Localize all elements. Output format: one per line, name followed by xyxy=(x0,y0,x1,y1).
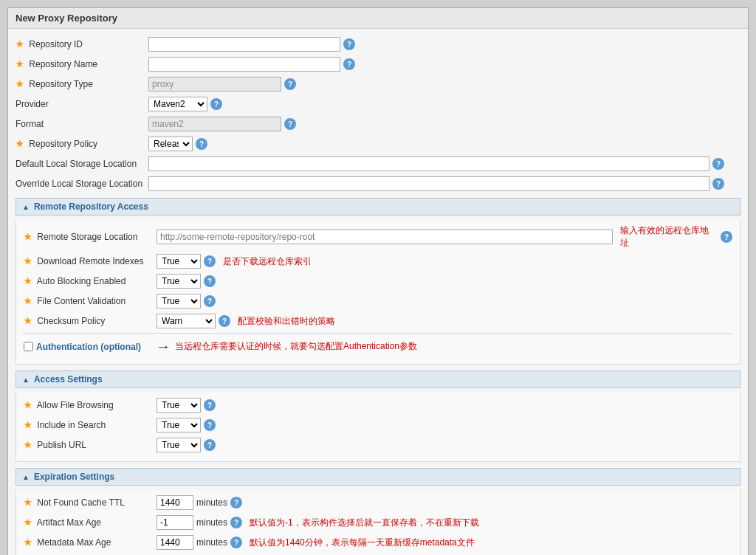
required-star: ★ xyxy=(24,296,32,306)
repository-name-info-icon[interactable]: ? xyxy=(343,58,355,70)
file-content-validation-select[interactable]: True False xyxy=(157,294,201,308)
default-local-storage-input[interactable] xyxy=(148,156,709,171)
publish-url-select[interactable]: True False xyxy=(157,438,201,452)
required-star: ★ xyxy=(24,276,32,286)
repository-type-row: ★ Repository Type ? xyxy=(16,76,740,92)
include-in-search-info-icon[interactable]: ? xyxy=(204,419,216,431)
artifact-max-age-row: ★ Artifact Max Age minutes ? 默认值为-1，表示构件… xyxy=(24,514,732,531)
artifact-max-age-control: minutes ? 默认值为-1，表示构件选择后就一直保存着，不在重新下载 xyxy=(157,515,732,530)
publish-url-info-icon[interactable]: ? xyxy=(204,439,216,451)
file-content-validation-control: True False ? xyxy=(157,294,732,308)
format-info-icon[interactable]: ? xyxy=(284,118,296,130)
provider-label: Provider xyxy=(16,99,148,109)
provider-info-icon[interactable]: ? xyxy=(210,98,222,110)
default-local-storage-info-icon[interactable]: ? xyxy=(712,158,724,170)
file-content-validation-info-icon[interactable]: ? xyxy=(204,295,216,307)
file-content-validation-label: ★ File Content Validation xyxy=(24,296,157,306)
override-local-storage-label: Override Local Storage Location xyxy=(16,179,148,189)
repository-name-row: ★ Repository Name ? xyxy=(16,56,740,72)
expiration-settings-section-header[interactable]: ▲ Expiration Settings xyxy=(16,468,740,486)
auth-checkbox-label[interactable]: Authentication (optional) xyxy=(24,342,141,352)
repository-policy-info-icon[interactable]: ? xyxy=(196,138,207,150)
not-found-cache-ttl-info-icon[interactable]: ? xyxy=(230,497,242,509)
auth-row: Authentication (optional) → 当远程仓库需要认证的时候… xyxy=(24,334,732,359)
remote-storage-location-control: 输入有效的远程仓库地址 ? xyxy=(157,224,732,249)
repository-policy-row: ★ Repository Policy Release Snapshot Mix… xyxy=(16,136,740,152)
checksum-policy-control: Warn Ignore Strict StrictIfExists ? 配置校验… xyxy=(157,314,732,328)
publish-url-row: ★ Publish URL True False ? xyxy=(24,437,732,453)
collapse-icon: ▲ xyxy=(22,203,30,211)
format-row: Format ? xyxy=(16,116,740,132)
override-local-storage-input[interactable] xyxy=(148,176,709,191)
access-settings-section-header[interactable]: ▲ Access Settings xyxy=(16,370,740,388)
format-label: Format xyxy=(16,119,148,129)
metadata-max-age-input[interactable] xyxy=(157,535,193,550)
metadata-max-age-label: ★ Metadata Max Age xyxy=(24,537,157,548)
download-remote-indexes-label: ★ Download Remote Indexes xyxy=(24,256,157,266)
repository-type-control: ? xyxy=(148,77,740,92)
default-local-storage-control: ? xyxy=(148,156,740,171)
allow-file-browsing-row: ★ Allow File Browsing True False ? xyxy=(24,397,732,413)
allow-file-browsing-label: ★ Allow File Browsing xyxy=(24,400,157,410)
repository-policy-select[interactable]: Release Snapshot Mixed xyxy=(148,137,193,151)
override-local-storage-info-icon[interactable]: ? xyxy=(712,178,724,190)
override-local-storage-control: ? xyxy=(148,176,740,191)
form-content: ★ Repository ID ? ★ Repository Name ? ★ xyxy=(8,29,748,555)
remote-repository-section-header[interactable]: ▲ Remote Repository Access xyxy=(16,198,740,216)
checksum-policy-info-icon[interactable]: ? xyxy=(219,315,230,327)
required-star: ★ xyxy=(24,517,32,528)
default-local-storage-row: Default Local Storage Location ? xyxy=(16,156,740,172)
include-in-search-label: ★ Include in Search xyxy=(24,420,157,430)
required-star: ★ xyxy=(24,440,32,450)
auto-blocking-select[interactable]: True False xyxy=(157,274,201,289)
allow-file-browsing-info-icon[interactable]: ? xyxy=(204,399,216,411)
remote-storage-location-label: ★ Remote Storage Location xyxy=(24,232,157,242)
override-local-storage-row: Override Local Storage Location ? xyxy=(16,176,740,192)
auto-blocking-info-icon[interactable]: ? xyxy=(204,275,216,287)
download-remote-indexes-select[interactable]: True False xyxy=(157,254,201,269)
auth-annotation: → 当远程仓库需要认证的时候，就要勾选配置Authentication参数 xyxy=(156,338,417,355)
repository-id-input[interactable] xyxy=(148,37,340,52)
download-remote-indexes-row: ★ Download Remote Indexes True False ? 是… xyxy=(24,253,732,269)
checksum-policy-select[interactable]: Warn Ignore Strict StrictIfExists xyxy=(157,314,216,328)
provider-row: Provider Maven2 Maven1 Nuget ? xyxy=(16,96,740,112)
repository-id-info-icon[interactable]: ? xyxy=(343,38,355,50)
repository-name-control: ? xyxy=(148,57,740,72)
allow-file-browsing-select[interactable]: True False xyxy=(157,398,201,413)
metadata-max-age-control: minutes ? 默认值为1440分钟，表示每隔一天重新缓存metadata文… xyxy=(157,535,732,550)
download-remote-indexes-hint: 是否下载远程仓库索引 xyxy=(223,255,312,268)
artifact-max-age-info-icon[interactable]: ? xyxy=(230,517,242,528)
default-local-storage-label: Default Local Storage Location xyxy=(16,159,148,169)
download-remote-indexes-control: True False ? 是否下载远程仓库索引 xyxy=(157,254,732,269)
required-star: ★ xyxy=(24,232,32,242)
provider-select[interactable]: Maven2 Maven1 Nuget xyxy=(148,97,207,111)
auto-blocking-label: ★ Auto Blocking Enabled xyxy=(24,276,157,286)
remote-storage-location-input[interactable] xyxy=(157,230,613,244)
repository-type-info-icon[interactable]: ? xyxy=(284,78,296,90)
metadata-max-age-row: ★ Metadata Max Age minutes ? 默认值为1440分钟，… xyxy=(24,534,732,551)
repository-id-row: ★ Repository ID ? xyxy=(16,36,740,52)
repository-name-input[interactable] xyxy=(148,57,340,72)
required-star: ★ xyxy=(24,316,32,326)
download-remote-indexes-info-icon[interactable]: ? xyxy=(204,255,216,267)
artifact-max-age-label: ★ Artifact Max Age xyxy=(24,517,157,528)
format-input xyxy=(148,117,281,131)
repository-id-label: ★ Repository ID xyxy=(16,39,148,49)
repository-name-label: ★ Repository Name xyxy=(16,59,148,69)
include-in-search-select[interactable]: True False xyxy=(157,418,201,432)
not-found-cache-ttl-input[interactable] xyxy=(157,495,193,510)
required-star: ★ xyxy=(24,537,32,548)
auth-checkbox[interactable] xyxy=(24,342,33,351)
remote-storage-info-icon[interactable]: ? xyxy=(721,231,732,243)
required-star: ★ xyxy=(24,420,32,430)
artifact-max-age-input[interactable] xyxy=(157,515,193,530)
allow-file-browsing-control: True False ? xyxy=(157,398,732,413)
required-star: ★ xyxy=(24,256,32,266)
required-star: ★ xyxy=(16,79,24,89)
provider-control: Maven2 Maven1 Nuget ? xyxy=(148,97,740,111)
include-in-search-control: True False ? xyxy=(157,418,732,432)
required-star: ★ xyxy=(16,39,24,49)
file-content-validation-row: ★ File Content Validation True False ? xyxy=(24,293,732,309)
metadata-max-age-minutes: minutes xyxy=(196,537,227,548)
metadata-max-age-info-icon[interactable]: ? xyxy=(230,537,242,548)
